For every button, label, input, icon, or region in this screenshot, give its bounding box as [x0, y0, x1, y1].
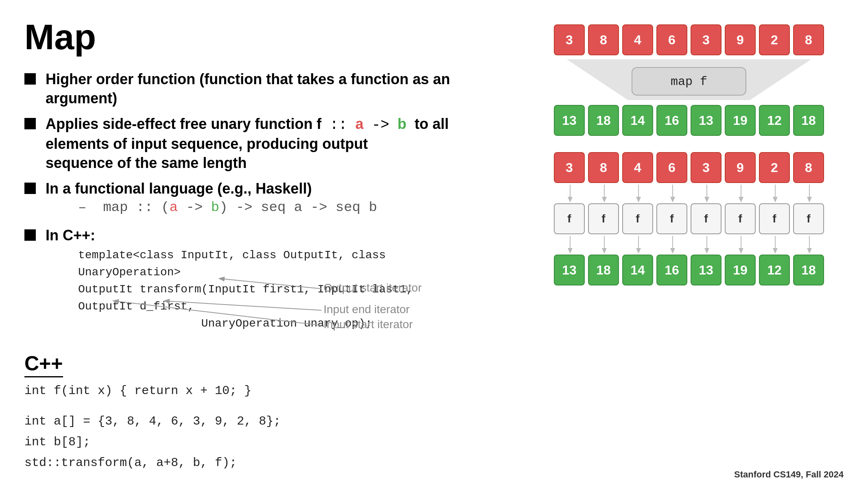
haskell-sub: – map :: (a -> b) -> seq a -> seq b [78, 198, 377, 216]
f-box-1: f [588, 203, 619, 234]
top-output-5: 19 [725, 105, 756, 136]
funnel-svg: map f [555, 59, 823, 104]
top-input-1: 8 [588, 24, 619, 55]
top-diagram: 3 8 4 6 3 9 2 8 map f 13 18 14 16 13 19 … [534, 24, 844, 136]
bullet-icon-4 [24, 229, 36, 241]
bottom-input-3: 6 [656, 152, 687, 183]
top-input-2: 4 [622, 24, 653, 55]
bottom-input-1: 8 [588, 152, 619, 183]
svg-text:map f: map f [671, 75, 707, 89]
f-box-0: f [554, 203, 585, 234]
top-input-5: 9 [725, 24, 756, 55]
cpp-line-4: std::transform(a, a+8, b, f); [24, 453, 472, 473]
top-output-4: 13 [691, 105, 722, 136]
bottom-output-5: 19 [725, 255, 756, 285]
f-box-5: f [725, 203, 756, 234]
bottom-output-7: 18 [793, 255, 824, 285]
bottom-output-3: 16 [656, 255, 687, 285]
bullet-2: Applies side-effect free unary function … [24, 115, 472, 173]
cpp-template-code: template<class InputIt, class OutputIt, … [78, 247, 472, 332]
top-output-2: 14 [622, 105, 653, 136]
f-box-3: f [656, 203, 687, 234]
top-input-0: 3 [554, 24, 585, 55]
f-boxes-row: f f f f f f f f [534, 203, 844, 234]
cpp-line-2: int a[] = {3, 8, 4, 6, 3, 9, 2, 8}; [24, 411, 472, 432]
bullet-icon-1 [24, 73, 36, 85]
bullet-3: In a functional language (e.g., Haskell)… [24, 179, 472, 220]
page-title: Map [24, 16, 472, 58]
arrows-down-2 [555, 234, 823, 255]
f-box-6: f [759, 203, 790, 234]
top-output-3: 16 [656, 105, 687, 136]
bullet-icon-2 [24, 118, 36, 129]
bottom-diagram: 3 8 4 6 3 9 2 8 f [534, 152, 844, 285]
f-box-7: f [793, 203, 824, 234]
stanford-credit: Stanford CS149, Fall 2024 [734, 469, 844, 480]
bullet-icon-3 [24, 183, 36, 194]
bottom-output-4: 13 [691, 255, 722, 285]
cpp-code-block: int f(int x) { return x + 10; } int a[] … [24, 381, 472, 473]
bottom-input-2: 4 [622, 152, 653, 183]
bottom-input-7: 8 [793, 152, 824, 183]
bullet-1: Higher order function (function that tak… [24, 70, 472, 108]
cpp-line-3: int b[8]; [24, 432, 472, 453]
f-box-2: f [622, 203, 653, 234]
bottom-output-2: 14 [622, 255, 653, 285]
top-output-1: 18 [588, 105, 619, 136]
bottom-input-5: 9 [725, 152, 756, 183]
bottom-output-row: 13 18 14 16 13 19 12 18 [534, 255, 844, 285]
cpp-section-title: C++ [24, 352, 63, 377]
bottom-input-4: 3 [691, 152, 722, 183]
bottom-output-0: 13 [554, 255, 585, 285]
bottom-input-0: 3 [554, 152, 585, 183]
arrows-down-1 [555, 183, 823, 203]
diagram-area: 3 8 4 6 3 9 2 8 map f 13 18 14 16 13 19 … [534, 24, 844, 285]
top-input-7: 8 [793, 24, 824, 55]
bottom-input-6: 2 [759, 152, 790, 183]
top-input-3: 6 [656, 24, 687, 55]
bullet-4: In C++: template<class InputIt, class Ou… [24, 226, 472, 334]
cpp-line-1: int f(int x) { return x + 10; } [24, 381, 472, 401]
top-output-6: 12 [759, 105, 790, 136]
top-input-row: 3 8 4 6 3 9 2 8 [534, 24, 844, 55]
top-output-7: 18 [793, 105, 824, 136]
top-input-6: 2 [759, 24, 790, 55]
top-input-4: 3 [691, 24, 722, 55]
bottom-output-6: 12 [759, 255, 790, 285]
top-output-0: 13 [554, 105, 585, 136]
top-output-row: 13 18 14 16 13 19 12 18 [534, 105, 844, 136]
bottom-output-1: 18 [588, 255, 619, 285]
bottom-input-row: 3 8 4 6 3 9 2 8 [534, 152, 844, 183]
f-box-4: f [691, 203, 722, 234]
